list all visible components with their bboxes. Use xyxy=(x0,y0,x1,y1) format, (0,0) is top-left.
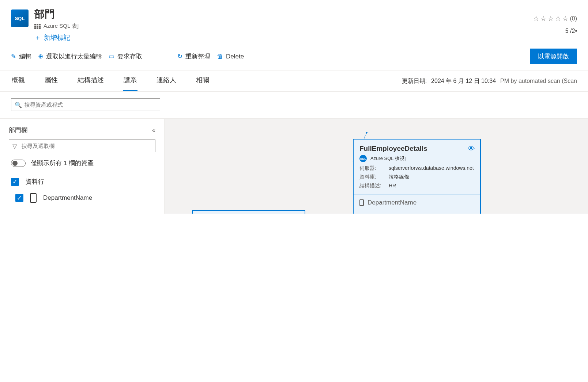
eye-icon[interactable]: 👁 xyxy=(468,145,475,153)
page-indicator: 5 /2• xyxy=(565,28,577,34)
tab-related[interactable]: 相關 xyxy=(195,76,210,91)
trash-icon: 🗑 xyxy=(217,53,223,60)
lineage-node-fullemployeedetails[interactable]: 👁 FullEmployeeDetails SQL Azure SQL 檢視] … xyxy=(353,139,481,214)
star-icon: ☆ xyxy=(562,15,568,23)
search-icon: 🔍 xyxy=(15,101,22,108)
lineage-node-source[interactable]: SQL Azure SQL 表] 部門 伺服器。sqlserverforws.d… xyxy=(192,210,305,214)
delete-button[interactable]: 🗑 Delete xyxy=(217,53,244,60)
checkbox-checked-icon[interactable]: ✓ xyxy=(11,178,19,186)
plus-icon: ＋ xyxy=(34,33,41,42)
column-filter-input[interactable] xyxy=(9,140,155,152)
updated-by: PM by automated scan (Scan xyxy=(500,78,577,84)
tab-overview[interactable]: 概觀 xyxy=(11,76,26,91)
refresh-icon: ↻ xyxy=(177,53,182,60)
asset-subtitle: Azure SQL 表] xyxy=(34,23,533,30)
star-icon: ☆ xyxy=(533,15,539,23)
sql-table-icon: SQL xyxy=(11,9,29,27)
collapse-sidebar-button[interactable]: « xyxy=(152,127,155,134)
star-icon: ☆ xyxy=(555,15,561,23)
filter-icon: ▽ xyxy=(12,142,17,149)
tab-schema[interactable]: 結構描述 xyxy=(77,76,105,91)
request-access-button[interactable]: ▭ 要求存取 xyxy=(109,52,142,61)
tab-lineage[interactable]: 譜系 xyxy=(123,76,137,91)
search-input[interactable] xyxy=(11,98,160,111)
bulk-edit-button[interactable]: ⊕ 選取以進行太量編輯 xyxy=(38,52,102,61)
sidebar-item-departmentname[interactable]: ✓ DepartmentName xyxy=(9,190,155,206)
sidebar-title: 部門欄 xyxy=(9,126,27,134)
show-all-toggle[interactable] xyxy=(11,160,26,167)
node-title: FullEmployeeDetails xyxy=(359,145,474,153)
node-column[interactable]: DepartmentName xyxy=(354,194,480,211)
star-icon: ☆ xyxy=(540,15,546,23)
column-icon xyxy=(359,199,364,206)
edit-button[interactable]: ✎ 編輯 xyxy=(11,52,31,61)
add-tag-button[interactable]: ＋ 新增標記 xyxy=(34,33,533,42)
open-in-power-button[interactable]: 以電源開啟 xyxy=(530,49,577,64)
checkbox-checked-icon[interactable]: ✓ xyxy=(15,194,23,202)
toggle-label: 僅顯示所有 1 欄的資產 xyxy=(31,159,94,167)
page-title: 部門 xyxy=(34,7,533,21)
sql-icon: SQL xyxy=(359,155,367,162)
node-type: Azure SQL 檢視] xyxy=(370,155,406,162)
rating[interactable]: ☆ ☆ ☆ ☆ ☆ (0) xyxy=(533,15,577,23)
updated-label: 更新日期: xyxy=(402,77,427,85)
table-icon xyxy=(34,24,41,29)
plus-circle-icon: ⊕ xyxy=(38,53,43,60)
pencil-icon: ✎ xyxy=(11,53,16,60)
column-icon xyxy=(30,193,37,203)
tab-properties[interactable]: 屬性 xyxy=(44,76,59,91)
updated-value: 2024 年 6 月 12 日 10:34 xyxy=(431,77,496,85)
switch-asset-link[interactable]: 切換到資產 xyxy=(354,211,480,214)
lineage-canvas[interactable]: SQL Azure SQL 表] 部門 伺服器。sqlserverforws.d… xyxy=(165,119,588,214)
tab-contacts[interactable]: 連絡人 xyxy=(156,76,177,91)
sidebar-item-columns[interactable]: ✓ 資料行 xyxy=(9,174,155,190)
comment-icon: ▭ xyxy=(109,53,114,60)
refresh-button[interactable]: ↻ 重新整理 xyxy=(177,52,210,61)
star-icon: ☆ xyxy=(548,15,554,23)
